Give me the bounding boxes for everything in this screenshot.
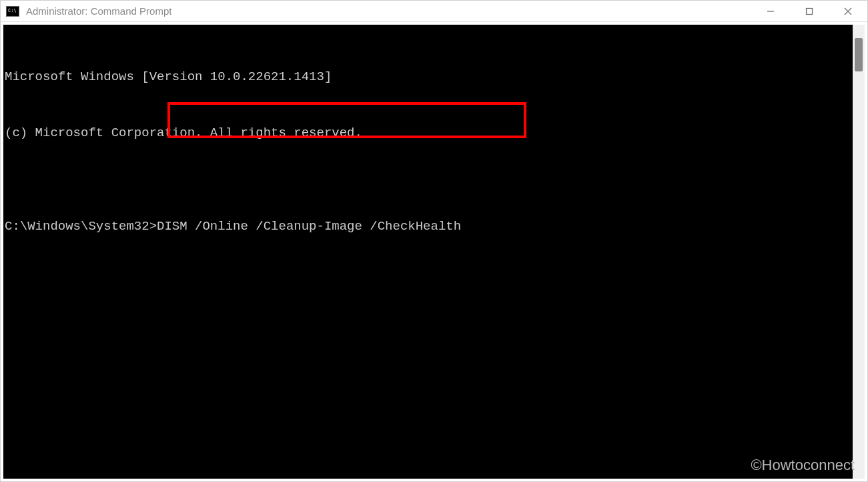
titlebar[interactable]: Administrator: Command Prompt — [1, 1, 867, 22]
terminal-output[interactable]: Microsoft Windows [Version 10.0.22621.14… — [3, 25, 853, 479]
terminal-container: Microsoft Windows [Version 10.0.22621.14… — [1, 22, 867, 481]
cmd-icon — [6, 6, 19, 17]
maximize-button[interactable] — [790, 1, 829, 21]
minimize-button[interactable] — [751, 1, 790, 21]
svg-rect-1 — [807, 8, 813, 14]
command-prompt-window: Administrator: Command Prompt Microsoft … — [0, 0, 868, 482]
version-line: Microsoft Windows [Version 10.0.22621.14… — [5, 67, 853, 86]
window-controls — [751, 1, 867, 21]
prompt-path: C:\Windows\System32> — [5, 217, 157, 236]
prompt-line: C:\Windows\System32>DISM /Online /Cleanu… — [5, 217, 853, 236]
copyright-line: (c) Microsoft Corporation. All rights re… — [5, 124, 853, 142]
command-input[interactable]: DISM /Online /Cleanup-Image /CheckHealth — [157, 217, 461, 236]
scrollbar-track[interactable] — [853, 25, 865, 479]
scrollbar-thumb[interactable] — [855, 38, 863, 71]
close-button[interactable] — [829, 1, 867, 21]
window-title: Administrator: Command Prompt — [26, 5, 751, 17]
